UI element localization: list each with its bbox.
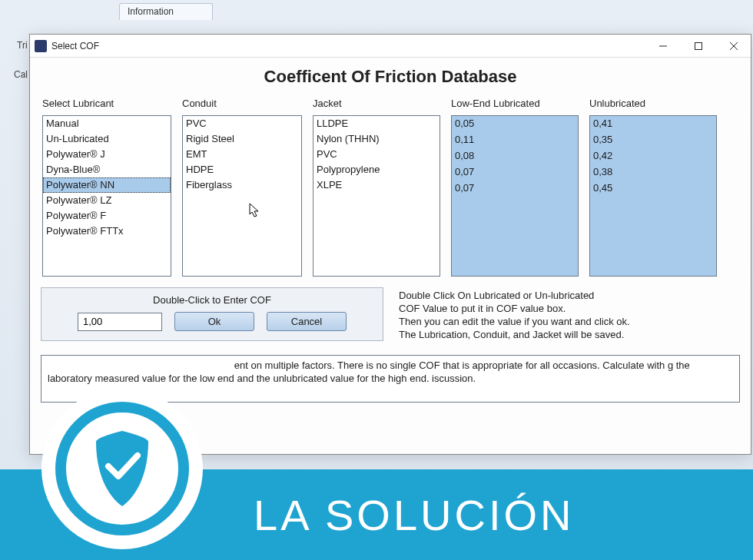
- banner-text: LA SOLUCIÓN: [254, 490, 574, 540]
- list-item[interactable]: Polywater® LZ: [43, 193, 171, 208]
- listboxes-row: ManualUn-LubricatedPolywater® JDyna-Blue…: [41, 115, 740, 277]
- list-item[interactable]: 0,38: [590, 164, 716, 181]
- svg-rect-1: [695, 42, 702, 49]
- close-icon: [729, 41, 738, 51]
- titlebar: Select COF: [30, 35, 751, 58]
- instructions-line: COF Value to put it in COF value box.: [399, 302, 630, 315]
- app-icon: [35, 40, 47, 52]
- list-item[interactable]: Un-Lubricated: [43, 131, 171, 147]
- list-item[interactable]: Fiberglass: [183, 177, 301, 193]
- list-item[interactable]: 0,45: [590, 181, 716, 197]
- jacket-listbox[interactable]: LLDPENylon (THHN)PVCPolypropyleneXLPE: [313, 115, 440, 277]
- unlubricated-listbox[interactable]: 0,410,350,420,380,45: [589, 115, 717, 277]
- maximize-button[interactable]: [680, 35, 715, 57]
- list-item[interactable]: PVC: [313, 147, 440, 162]
- minimize-button[interactable]: [645, 35, 680, 57]
- list-item[interactable]: 0,35: [590, 132, 716, 148]
- ok-button[interactable]: Ok: [174, 312, 254, 331]
- lubricant-listbox[interactable]: ManualUn-LubricatedPolywater® JDyna-Blue…: [42, 115, 171, 277]
- column-headers: Select Lubricant Conduit Jacket Low-End …: [41, 98, 740, 109]
- info-text: ent on multiple factors. There is no sin…: [48, 360, 690, 384]
- list-item[interactable]: 0,05: [452, 116, 578, 132]
- instructions-text: Double Click On Lubricated or Un-lubrica…: [399, 287, 630, 341]
- list-item[interactable]: Polywater® FTTx: [43, 224, 171, 239]
- list-item[interactable]: Nylon (THHN): [313, 131, 440, 147]
- instructions-line: Then you can edit the value if you want …: [399, 315, 630, 328]
- maximize-icon: [694, 41, 703, 51]
- header-lubricant: Select Lubricant: [42, 98, 171, 109]
- list-item[interactable]: HDPE: [183, 162, 301, 177]
- list-item[interactable]: 0,41: [590, 116, 716, 132]
- instructions-line: The Lubrication, Conduit, and Jacket wil…: [399, 328, 630, 341]
- shield-check-icon: [85, 426, 159, 511]
- close-button[interactable]: [715, 35, 751, 57]
- shield-badge: [41, 388, 203, 549]
- list-item[interactable]: Polywater® F: [43, 208, 171, 224]
- window-controls: [645, 35, 751, 57]
- list-item[interactable]: EMT: [183, 147, 301, 162]
- list-item[interactable]: PVC: [183, 116, 301, 131]
- background-tab: Information: [119, 3, 213, 20]
- conduit-listbox[interactable]: PVCRigid SteelEMTHDPEFiberglass: [182, 115, 302, 277]
- list-item[interactable]: 0,11: [452, 132, 578, 148]
- header-lowend: Low-End Lubricated: [451, 98, 579, 109]
- cof-panel-label: Double-Click to Enter COF: [52, 294, 372, 306]
- shield-ring: [55, 402, 189, 535]
- cof-value-input[interactable]: [78, 313, 162, 331]
- header-conduit: Conduit: [182, 98, 302, 109]
- instructions-line: Double Click On Lubricated or Un-lubrica…: [399, 289, 630, 302]
- minimize-icon: [658, 41, 668, 51]
- window-title: Select COF: [51, 41, 99, 51]
- list-item[interactable]: Polywater® J: [43, 147, 171, 162]
- list-item[interactable]: XLPE: [313, 177, 440, 193]
- header-unlubricated: Unlubricated: [589, 98, 717, 109]
- header-jacket: Jacket: [313, 98, 440, 109]
- list-item[interactable]: LLDPE: [313, 116, 440, 131]
- background-cal: Cal: [14, 69, 28, 80]
- list-item[interactable]: 0,07: [452, 164, 578, 181]
- list-item[interactable]: 0,07: [452, 181, 578, 197]
- list-item[interactable]: Manual: [43, 116, 171, 131]
- lowend-listbox[interactable]: 0,050,110,080,070,07: [451, 115, 579, 277]
- list-item[interactable]: Dyna-Blue®: [43, 162, 171, 177]
- list-item[interactable]: Polywater® NN: [43, 177, 171, 193]
- list-item[interactable]: 0,42: [590, 148, 716, 164]
- list-item[interactable]: 0,08: [452, 148, 578, 164]
- list-item[interactable]: Polypropylene: [313, 162, 440, 177]
- list-item[interactable]: Rigid Steel: [183, 131, 301, 147]
- page-title: Coefficent Of Friction Database: [41, 67, 740, 87]
- bottom-row: Double-Click to Enter COF Ok Cancel Doub…: [41, 287, 740, 341]
- cancel-button[interactable]: Cancel: [267, 312, 347, 331]
- cof-entry-panel: Double-Click to Enter COF Ok Cancel: [41, 287, 383, 341]
